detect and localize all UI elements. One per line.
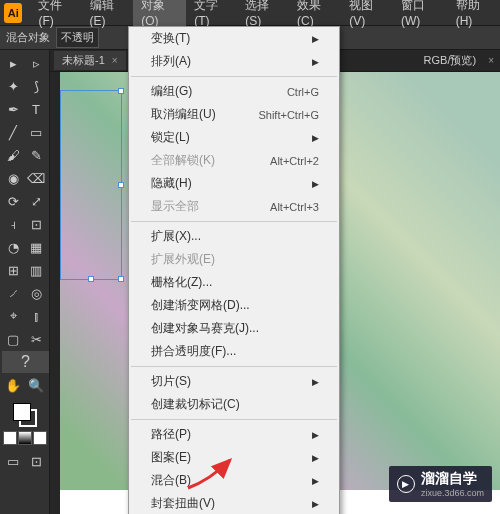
menu-item-label: 取消编组(U) <box>151 106 216 123</box>
eyedropper-tool[interactable]: ⟋ <box>2 282 24 304</box>
toolbar: ▸▹ ✦⟆ ✒T ╱▭ 🖌✎ ◉⌫ ⟳⤢ ⫞⊡ ◔▦ ⊞▥ ⟋◎ ⌖⫿ ▢✂ ?… <box>0 50 50 514</box>
watermark-url: zixue.3d66.com <box>421 488 484 498</box>
swatch-area[interactable] <box>2 403 47 445</box>
rect-tool[interactable]: ▭ <box>25 121 47 143</box>
pencil-tool[interactable]: ✎ <box>25 144 47 166</box>
menu-separator <box>131 76 337 77</box>
menu-item-label: 封套扭曲(V) <box>151 495 215 512</box>
opacity-select[interactable]: 不透明 <box>56 27 99 48</box>
menu-item[interactable]: 创建裁切标记(C) <box>129 393 339 416</box>
menu-separator <box>131 366 337 367</box>
object-menu-dropdown: 变换(T)▶排列(A)▶编组(G)Ctrl+G取消编组(U)Shift+Ctrl… <box>128 26 340 514</box>
menu-item[interactable]: 创建渐变网格(D)... <box>129 294 339 317</box>
scale-tool[interactable]: ⤢ <box>25 190 47 212</box>
pen-tool[interactable]: ✒ <box>2 98 24 120</box>
shortcut-label: Ctrl+G <box>287 86 319 98</box>
menu-item[interactable]: 锁定(L)▶ <box>129 126 339 149</box>
type-tool[interactable]: T <box>25 98 47 120</box>
hand-tool[interactable]: ✋ <box>2 374 24 396</box>
graph-tool[interactable]: ⫿ <box>25 305 47 327</box>
symbol-tool[interactable]: ⌖ <box>2 305 24 327</box>
tab-close-icon[interactable]: × <box>112 55 118 66</box>
zoom-tool[interactable]: 🔍 <box>25 374 47 396</box>
menu-item-label: 扩展外观(E) <box>151 251 215 268</box>
submenu-arrow-icon: ▶ <box>312 179 319 189</box>
menu-separator <box>131 221 337 222</box>
menu-item[interactable]: 图案(E)▶ <box>129 446 339 469</box>
submenu-arrow-icon: ▶ <box>312 133 319 143</box>
menu-item[interactable]: 取消编组(U)Shift+Ctrl+G <box>129 103 339 126</box>
watermark: ▶ 溜溜自学 zixue.3d66.com <box>389 466 492 502</box>
menu-7[interactable]: 窗口(W) <box>393 0 448 32</box>
menu-item: 全部解锁(K)Alt+Ctrl+2 <box>129 149 339 172</box>
submenu-arrow-icon: ▶ <box>312 453 319 463</box>
artboard-tool[interactable]: ▢ <box>2 328 24 350</box>
menu-item-label: 锁定(L) <box>151 129 190 146</box>
menu-6[interactable]: 视图(V) <box>341 0 393 32</box>
help-tool[interactable]: ? <box>2 351 49 373</box>
submenu-arrow-icon: ▶ <box>312 499 319 509</box>
menu-item-label: 拼合透明度(F)... <box>151 343 236 360</box>
menu-item-label: 编组(G) <box>151 83 192 100</box>
submenu-arrow-icon: ▶ <box>312 476 319 486</box>
document-tab[interactable]: 未标题-1 × <box>54 51 126 70</box>
brush-tool[interactable]: 🖌 <box>2 144 24 166</box>
menu-item[interactable]: 排列(A)▶ <box>129 50 339 73</box>
menu-item[interactable]: 栅格化(Z)... <box>129 271 339 294</box>
mesh-tool[interactable]: ⊞ <box>2 259 24 281</box>
eraser-tool[interactable]: ⌫ <box>25 167 47 189</box>
color-mode-label: RGB/预览) <box>424 53 477 68</box>
play-icon: ▶ <box>397 475 415 493</box>
menu-item-label: 混合(B) <box>151 472 191 489</box>
line-tool[interactable]: ╱ <box>2 121 24 143</box>
mode-close-icon[interactable]: × <box>488 55 494 66</box>
shortcut-label: Alt+Ctrl+2 <box>270 155 319 167</box>
menu-item[interactable]: 隐藏(H)▶ <box>129 172 339 195</box>
submenu-arrow-icon: ▶ <box>312 57 319 67</box>
control-object-label: 混合对象 <box>6 30 50 45</box>
selection-rectangle[interactable] <box>60 90 122 280</box>
selection-tool[interactable]: ▸ <box>2 52 24 74</box>
submenu-arrow-icon: ▶ <box>312 34 319 44</box>
fill-swatch[interactable] <box>13 403 31 421</box>
menu-item-label: 创建渐变网格(D)... <box>151 297 250 314</box>
menu-item[interactable]: 路径(P)▶ <box>129 423 339 446</box>
menu-item-label: 切片(S) <box>151 373 191 390</box>
direct-selection-tool[interactable]: ▹ <box>25 52 47 74</box>
lasso-tool[interactable]: ⟆ <box>25 75 47 97</box>
width-tool[interactable]: ⫞ <box>2 213 24 235</box>
menu-item[interactable]: 切片(S)▶ <box>129 370 339 393</box>
gradient-mode-icon[interactable] <box>18 431 32 445</box>
menu-8[interactable]: 帮助(H) <box>448 0 500 32</box>
menu-item-label: 路径(P) <box>151 426 191 443</box>
blend-tool[interactable]: ◎ <box>25 282 47 304</box>
tab-label: 未标题-1 <box>62 54 105 66</box>
screen-mode-icon[interactable]: ▭ <box>2 450 24 472</box>
menu-item[interactable]: 变换(T)▶ <box>129 27 339 50</box>
shape-builder-tool[interactable]: ◔ <box>2 236 24 258</box>
menu-item-label: 隐藏(H) <box>151 175 192 192</box>
change-screen-icon[interactable]: ⊡ <box>25 450 47 472</box>
menu-item-label: 栅格化(Z)... <box>151 274 212 291</box>
gradient-tool[interactable]: ▥ <box>25 259 47 281</box>
menu-item[interactable]: 编组(G)Ctrl+G <box>129 80 339 103</box>
free-transform-tool[interactable]: ⊡ <box>25 213 47 235</box>
submenu-arrow-icon: ▶ <box>312 377 319 387</box>
none-mode-icon[interactable] <box>33 431 47 445</box>
menu-item-label: 排列(A) <box>151 53 191 70</box>
menu-item-label: 变换(T) <box>151 30 190 47</box>
perspective-tool[interactable]: ▦ <box>25 236 47 258</box>
slice-tool[interactable]: ✂ <box>25 328 47 350</box>
menu-item[interactable]: 混合(B)▶ <box>129 469 339 492</box>
rotate-tool[interactable]: ⟳ <box>2 190 24 212</box>
menu-item: 扩展外观(E) <box>129 248 339 271</box>
menu-item[interactable]: 扩展(X)... <box>129 225 339 248</box>
menu-item[interactable]: 封套扭曲(V)▶ <box>129 492 339 514</box>
blob-tool[interactable]: ◉ <box>2 167 24 189</box>
color-mode-icon[interactable] <box>3 431 17 445</box>
shortcut-label: Alt+Ctrl+3 <box>270 201 319 213</box>
menu-item[interactable]: 拼合透明度(F)... <box>129 340 339 363</box>
watermark-text: 溜溜自学 <box>421 470 484 488</box>
wand-tool[interactable]: ✦ <box>2 75 24 97</box>
menu-item[interactable]: 创建对象马赛克(J)... <box>129 317 339 340</box>
